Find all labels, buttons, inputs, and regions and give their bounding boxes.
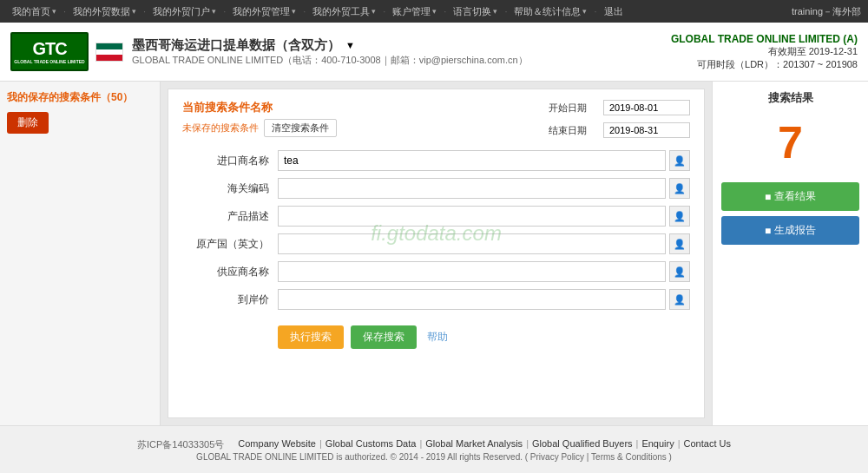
view-results-label: 查看结果	[774, 189, 816, 204]
search-row-country-origin: 原产国（英文）👤	[182, 233, 690, 254]
nav-account[interactable]: 账户管理 ▾	[387, 2, 442, 22]
save-button[interactable]: 保存搜索	[351, 325, 417, 349]
delete-button[interactable]: 删除	[7, 112, 49, 134]
footer-link-global-customs[interactable]: Global Customs Data	[326, 438, 417, 449]
view-bullet: ■	[765, 191, 771, 203]
center-content: 当前搜索条件名称 未保存的搜索条件 清空搜索条件 开始日期 结束日期 fi.gt…	[168, 89, 705, 418]
start-date-row: 开始日期	[549, 100, 690, 115]
search-fields: fi.gtodata.com 进口商名称👤海关编码👤产品描述👤原产国（英文）👤供…	[182, 150, 690, 317]
label-product-desc: 产品描述	[182, 209, 278, 224]
nav-logout[interactable]: 退出	[599, 2, 628, 22]
nav-help[interactable]: 帮助＆统计信息 ▾	[509, 2, 592, 22]
input-product-desc[interactable]	[278, 206, 666, 227]
nav-trade-portal[interactable]: 我的外贸门户 ▾	[148, 2, 221, 22]
right-panel: 搜索结果 7 ■ 查看结果 ■ 生成报告	[712, 82, 868, 425]
logo-area: GTC GLOBAL TRADE ONLINE LIMITED	[10, 32, 123, 71]
end-date-row: 结束日期	[549, 122, 690, 138]
input-icon-importer[interactable]: 👤	[669, 150, 690, 171]
nav-trade-mgmt[interactable]: 我的外贸管理 ▾	[227, 2, 301, 22]
trade-mgmt-chevron: ▾	[292, 7, 296, 16]
nav-trade-tools[interactable]: 我的外贸工具 ▾	[307, 2, 381, 22]
trade-data-chevron: ▾	[132, 7, 136, 16]
footer: 苏ICP备14033305号 Company Website|Global Cu…	[0, 425, 868, 473]
generate-report-button[interactable]: ■ 生成报告	[721, 216, 859, 245]
header-right: GLOBAL TRADE ONLINE LIMITED (A) 有效期至 201…	[671, 33, 858, 71]
input-landing-price[interactable]	[278, 289, 666, 310]
nav-language[interactable]: 语言切换 ▾	[448, 2, 503, 22]
input-icon-country-origin[interactable]: 👤	[669, 233, 690, 254]
label-country-origin: 原产国（英文）	[182, 237, 278, 252]
results-title: 搜索结果	[768, 90, 813, 106]
input-icon-product-desc[interactable]: 👤	[669, 206, 690, 227]
header-bar: GTC GLOBAL TRADE ONLINE LIMITED 墨西哥海运进口提…	[0, 23, 868, 82]
left-sidebar: 我的保存的搜索条件（50） 删除	[0, 82, 161, 425]
action-buttons: 执行搜索 保存搜索 帮助	[182, 325, 690, 349]
search-row-supplier: 供应商名称👤	[182, 261, 690, 282]
language-chevron: ▾	[493, 7, 497, 16]
footer-link-enquiry[interactable]: Enquiry	[641, 438, 674, 449]
account-chevron: ▾	[432, 7, 437, 16]
input-supplier[interactable]	[278, 261, 666, 282]
help-chevron: ▾	[582, 7, 587, 16]
ldr-period: 可用时段（LDR）：201307 ~ 201908	[671, 58, 858, 71]
company-name: GLOBAL TRADE ONLINE LIMITED (A)	[671, 33, 858, 45]
footer-link-contact[interactable]: Contact Us	[684, 438, 731, 449]
execute-button[interactable]: 执行搜索	[278, 325, 344, 349]
report-bullet: ■	[765, 225, 771, 237]
title-arrow[interactable]: ▼	[345, 40, 355, 50]
valid-until: 有效期至 2019-12-31	[671, 45, 858, 58]
mexico-flag	[95, 43, 123, 62]
help-button[interactable]: 帮助	[424, 325, 451, 349]
trade-portal-chevron: ▾	[212, 7, 216, 16]
footer-links: Company Website|Global Customs Data|Glob…	[238, 438, 731, 449]
start-date-input[interactable]	[603, 100, 690, 115]
search-header-right: 开始日期 结束日期	[549, 100, 690, 141]
input-icon-landing-price[interactable]: 👤	[669, 289, 690, 310]
end-date-input[interactable]	[603, 122, 690, 138]
footer-copyright: GLOBAL TRADE ONLINE LIMITED is authorize…	[196, 452, 672, 462]
search-row-product-desc: 产品描述👤	[182, 206, 690, 227]
input-importer[interactable]	[278, 150, 666, 171]
unsaved-label: 未保存的搜索条件	[182, 122, 259, 135]
start-date-label: 开始日期	[549, 102, 596, 115]
logo: GTC GLOBAL TRADE ONLINE LIMITED	[10, 32, 89, 71]
top-nav: 我的首页 ▾ · 我的外贸数据 ▾ · 我的外贸门户 ▾ · 我的外贸管理 ▾ …	[0, 0, 868, 23]
label-importer: 进口商名称	[182, 154, 278, 168]
training-label: training－海外部	[792, 5, 861, 18]
clear-button[interactable]: 清空搜索条件	[264, 119, 337, 137]
saved-conditions-title: 我的保存的搜索条件（50）	[7, 90, 153, 105]
page-title: 墨西哥海运进口提单数据（含双方）	[132, 37, 340, 54]
main-layout: 我的保存的搜索条件（50） 删除 当前搜索条件名称 未保存的搜索条件 清空搜索条…	[0, 82, 868, 425]
footer-link-global-buyers[interactable]: Global Qualified Buyers	[532, 438, 633, 449]
header-subtitle: GLOBAL TRADE ONLINE LIMITED（电话：400-710-3…	[132, 54, 528, 67]
input-customs-code[interactable]	[278, 178, 666, 199]
footer-sep: |	[526, 438, 529, 449]
home-chevron: ▾	[52, 7, 56, 16]
footer-sep: |	[319, 438, 322, 449]
label-landing-price: 到岸价	[182, 292, 278, 307]
input-icon-customs-code[interactable]: 👤	[669, 178, 690, 199]
input-country-origin[interactable]	[278, 233, 666, 254]
footer-sep: |	[636, 438, 639, 449]
nav-home[interactable]: 我的首页 ▾	[7, 2, 62, 22]
trade-tools-chevron: ▾	[372, 7, 376, 16]
search-row-importer: 进口商名称👤	[182, 150, 690, 171]
view-results-button[interactable]: ■ 查看结果	[721, 182, 859, 211]
search-row-landing-price: 到岸价👤	[182, 289, 690, 310]
end-date-label: 结束日期	[549, 124, 596, 137]
footer-sep: |	[419, 438, 422, 449]
label-supplier: 供应商名称	[182, 265, 278, 279]
footer-link-global-market[interactable]: Global Market Analysis	[425, 438, 523, 449]
label-customs-code: 海关编码	[182, 181, 278, 196]
footer-link-company-website[interactable]: Company Website	[238, 438, 316, 449]
nav-trade-data[interactable]: 我的外贸数据 ▾	[68, 2, 141, 22]
footer-sep: |	[678, 438, 681, 449]
current-name-label: 当前搜索条件名称	[182, 100, 337, 115]
footer-links-row: 苏ICP备14033305号 Company Website|Global Cu…	[0, 438, 868, 452]
results-count: 7	[778, 116, 803, 168]
report-label: 生成报告	[774, 223, 816, 238]
search-row-customs-code: 海关编码👤	[182, 178, 690, 199]
input-icon-supplier[interactable]: 👤	[669, 261, 690, 282]
search-header-left: 当前搜索条件名称 未保存的搜索条件 清空搜索条件	[182, 100, 337, 137]
search-header-row: 当前搜索条件名称 未保存的搜索条件 清空搜索条件 开始日期 结束日期	[182, 100, 690, 141]
